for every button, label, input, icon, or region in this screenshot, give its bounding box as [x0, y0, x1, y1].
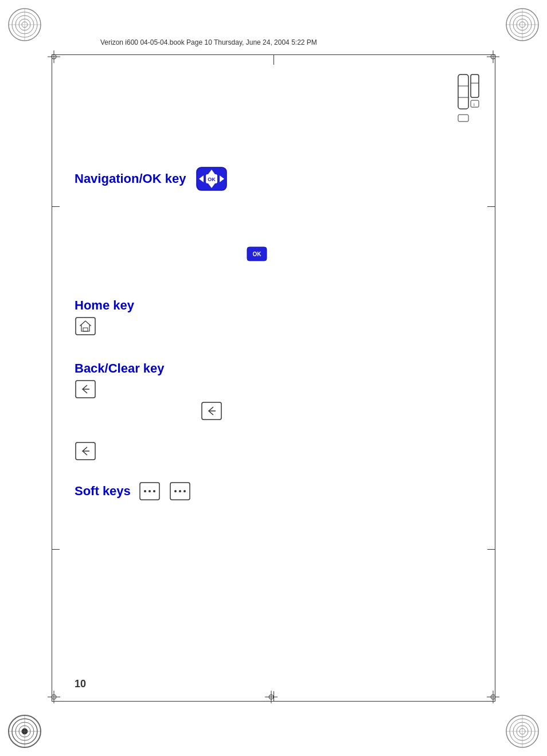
- ok-small-button-icon: OK: [247, 246, 267, 261]
- bottom-center-tick: [274, 691, 274, 702]
- spiral-corner-bottom-right: [505, 714, 540, 749]
- crosshair-top-right: [487, 50, 499, 65]
- svg-point-70: [144, 490, 146, 492]
- soft-key-icon-2: [169, 481, 191, 501]
- back-clear-key-section: Back/Clear key: [75, 361, 165, 401]
- crosshair-bottom-center: [265, 691, 278, 706]
- header-text: Verizon i600 04-05-04.book Page 10 Thurs…: [100, 38, 317, 46]
- svg-point-71: [149, 490, 151, 492]
- svg-text:OK: OK: [208, 177, 216, 182]
- svg-rect-46: [471, 75, 479, 97]
- back-key-icon-1: [75, 379, 96, 399]
- back-clear-key-label: Back/Clear key: [75, 361, 165, 376]
- spiral-corner-top-left: [7, 7, 42, 42]
- ok-button-icon: OK: [196, 166, 228, 191]
- soft-keys-section: Soft keys: [75, 481, 191, 501]
- nav-ok-label: Navigation/OK key: [75, 171, 186, 186]
- device-illustration: i: [424, 69, 481, 163]
- nav-ok-section: Navigation/OK key OK: [75, 166, 228, 191]
- svg-point-72: [153, 490, 155, 492]
- svg-text:OK: OK: [253, 251, 262, 257]
- top-center-tick: [274, 54, 274, 65]
- tick-right-bottom: [487, 549, 495, 550]
- spiral-corner-top-right: [505, 7, 540, 42]
- tick-left-bottom: [52, 549, 60, 550]
- svg-text:i: i: [474, 102, 475, 107]
- svg-point-76: [183, 490, 186, 492]
- svg-point-75: [179, 490, 181, 492]
- svg-rect-49: [471, 100, 479, 107]
- spiral-corner-bottom-left: [7, 714, 42, 749]
- svg-rect-43: [458, 75, 468, 109]
- svg-rect-48: [458, 115, 468, 122]
- svg-point-74: [174, 490, 177, 492]
- home-key-section: Home key: [75, 298, 134, 338]
- soft-key-icon-1: [139, 481, 161, 501]
- ok-small-button-section: OK: [247, 246, 267, 264]
- soft-keys-label: Soft keys: [75, 484, 131, 499]
- crosshair-top-left: [48, 50, 60, 65]
- svg-rect-60: [76, 318, 95, 335]
- page-number: 10: [75, 678, 86, 690]
- back-key-icon-3: [75, 441, 96, 463]
- home-key-label: Home key: [75, 298, 134, 313]
- svg-marker-61: [80, 321, 91, 331]
- tick-left-top: [52, 206, 60, 207]
- crosshair-bottom-left: [48, 691, 60, 706]
- svg-rect-62: [83, 328, 88, 331]
- crosshair-bottom-right: [487, 691, 499, 706]
- tick-right-top: [487, 206, 495, 207]
- home-key-icon: [75, 316, 96, 336]
- back-key-icon-2: [201, 401, 222, 423]
- page-border-right: [495, 54, 495, 702]
- page-border-left: [52, 54, 52, 702]
